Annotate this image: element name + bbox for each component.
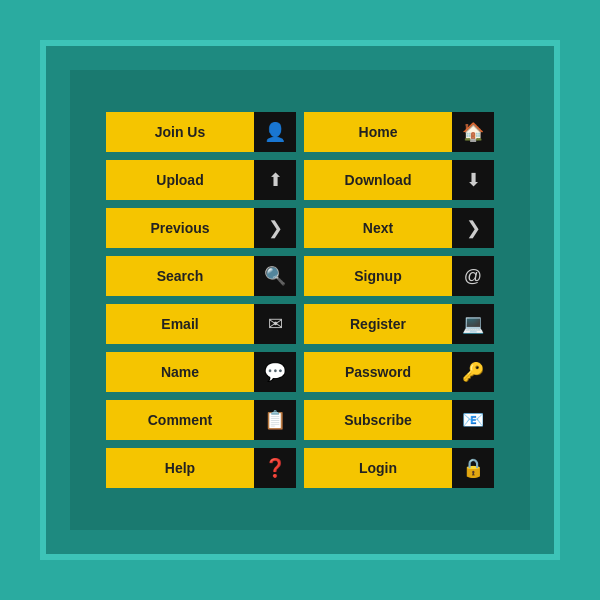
email-button-icon: ✉ — [254, 304, 296, 344]
inner-panel: Join Us👤Home🏠Upload⬆Download⬇Previous❯Ne… — [70, 70, 530, 530]
join-us-button-label: Join Us — [106, 112, 254, 152]
search-button[interactable]: Search🔍 — [106, 256, 296, 296]
name-button[interactable]: Name💬 — [106, 352, 296, 392]
next-button[interactable]: Next❯ — [304, 208, 494, 248]
comment-button-label: Comment — [106, 400, 254, 440]
join-us-button[interactable]: Join Us👤 — [106, 112, 296, 152]
upload-button-label: Upload — [106, 160, 254, 200]
home-button[interactable]: Home🏠 — [304, 112, 494, 152]
subscribe-button-label: Subscribe — [304, 400, 452, 440]
login-button-label: Login — [304, 448, 452, 488]
download-button-icon: ⬇ — [452, 160, 494, 200]
email-button-label: Email — [106, 304, 254, 344]
signup-button-icon: @ — [452, 256, 494, 296]
next-button-label: Next — [304, 208, 452, 248]
upload-button-icon: ⬆ — [254, 160, 296, 200]
home-button-label: Home — [304, 112, 452, 152]
search-button-label: Search — [106, 256, 254, 296]
search-button-icon: 🔍 — [254, 256, 296, 296]
login-button[interactable]: Login🔒 — [304, 448, 494, 488]
buttons-grid: Join Us👤Home🏠Upload⬆Download⬇Previous❯Ne… — [96, 102, 504, 498]
upload-button[interactable]: Upload⬆ — [106, 160, 296, 200]
email-button[interactable]: Email✉ — [106, 304, 296, 344]
password-button-icon: 🔑 — [452, 352, 494, 392]
subscribe-button[interactable]: Subscribe📧 — [304, 400, 494, 440]
comment-button[interactable]: Comment📋 — [106, 400, 296, 440]
outer-border: Join Us👤Home🏠Upload⬆Download⬇Previous❯Ne… — [40, 40, 560, 560]
subscribe-button-icon: 📧 — [452, 400, 494, 440]
comment-button-icon: 📋 — [254, 400, 296, 440]
next-button-icon: ❯ — [452, 208, 494, 248]
join-us-button-icon: 👤 — [254, 112, 296, 152]
register-button-icon: 💻 — [452, 304, 494, 344]
register-button-label: Register — [304, 304, 452, 344]
help-button-label: Help — [106, 448, 254, 488]
download-button-label: Download — [304, 160, 452, 200]
register-button[interactable]: Register💻 — [304, 304, 494, 344]
previous-button-icon: ❯ — [254, 208, 296, 248]
previous-button-label: Previous — [106, 208, 254, 248]
name-button-label: Name — [106, 352, 254, 392]
home-button-icon: 🏠 — [452, 112, 494, 152]
name-button-icon: 💬 — [254, 352, 296, 392]
help-button-icon: ❓ — [254, 448, 296, 488]
download-button[interactable]: Download⬇ — [304, 160, 494, 200]
password-button[interactable]: Password🔑 — [304, 352, 494, 392]
signup-button-label: Signup — [304, 256, 452, 296]
signup-button[interactable]: Signup@ — [304, 256, 494, 296]
login-button-icon: 🔒 — [452, 448, 494, 488]
previous-button[interactable]: Previous❯ — [106, 208, 296, 248]
password-button-label: Password — [304, 352, 452, 392]
help-button[interactable]: Help❓ — [106, 448, 296, 488]
